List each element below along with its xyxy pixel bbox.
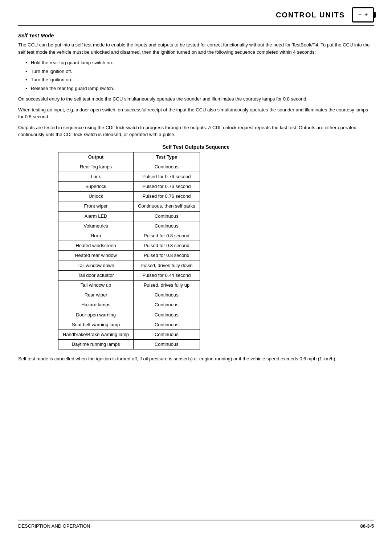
table-row: HornPulsed for 0.8 second — [58, 231, 200, 241]
output-cell: Hazard lamps — [58, 300, 134, 310]
output-cell: Horn — [58, 231, 134, 241]
output-cell: Daytime running lamps — [58, 340, 134, 349]
paragraph-4: Outputs are tested in sequence using the… — [18, 124, 374, 138]
table-title: Self Test Outputs Sequence — [18, 144, 374, 150]
paragraph-1: The CCU can be put into a self test mode… — [18, 41, 374, 56]
output-cell: Rear wiper — [58, 290, 134, 300]
table-row: SuperlockPulsed for 0.76 second — [58, 182, 200, 192]
table-row: Tail window downPulsed, drives fully dow… — [58, 261, 200, 270]
test-type-cell: Continuous, then self parks — [134, 201, 200, 211]
section-title: Self Test Mode — [18, 33, 374, 38]
output-cell: Tail window up — [58, 280, 134, 290]
col2-header: Test Type — [134, 152, 200, 162]
test-type-cell: Continuous — [134, 310, 200, 320]
table-row: Door open warningContinuous — [58, 310, 200, 320]
test-type-cell: Continuous — [134, 300, 200, 310]
bullet-item-4: Release the rear fog guard lamp switch. — [25, 85, 374, 92]
test-type-cell: Continuous — [134, 330, 200, 339]
test-type-cell: Pulsed for 0.76 second — [134, 192, 200, 201]
output-cell: Alarm LED — [58, 211, 134, 221]
table-row: Seat belt warning lampContinuous — [58, 320, 200, 330]
output-cell: Superlock — [58, 182, 134, 192]
test-type-cell: Pulsed for 0.76 second — [134, 182, 200, 192]
table-row: Rear wiperContinuous — [58, 290, 200, 300]
battery-terminals: − + — [358, 12, 368, 18]
test-type-cell: Pulsed for 0.44 second — [134, 270, 200, 280]
test-type-cell: Continuous — [134, 290, 200, 300]
table-row: Rear fog lampsContinuous — [58, 162, 200, 172]
test-type-cell: Pulsed for 0.8 second — [134, 231, 200, 241]
page-header: CONTROL UNITS − + — [18, 7, 374, 26]
output-cell: Volumetrics — [58, 221, 134, 231]
battery-icon: − + — [352, 7, 374, 22]
test-type-cell: Continuous — [134, 340, 200, 349]
table-row: Alarm LEDContinuous — [58, 211, 200, 221]
test-type-cell: Continuous — [134, 211, 200, 221]
test-type-cell: Continuous — [134, 221, 200, 231]
output-cell: Handbrake/Brake warning lamp — [58, 330, 134, 339]
table-header-row: Output Test Type — [58, 152, 200, 162]
table-row: Front wiperContinuous, then self parks — [58, 201, 200, 211]
table-row: Tail window upPulsed, drives fully up — [58, 280, 200, 290]
page-footer: DESCRIPTION AND OPERATION 86-3-5 — [18, 520, 374, 529]
table-row: LockPulsed for 0.76 second — [58, 172, 200, 181]
output-cell: Door open warning — [58, 310, 134, 320]
paragraph-3: When testing an input, e.g. a door open … — [18, 106, 374, 120]
footer-left: DESCRIPTION AND OPERATION — [18, 523, 90, 529]
test-type-cell: Pulsed for 0.8 second — [134, 251, 200, 261]
table-row: Handbrake/Brake warning lampContinuous — [58, 330, 200, 339]
table-section: Self Test Outputs Sequence Output Test T… — [18, 144, 374, 350]
output-cell: Front wiper — [58, 201, 134, 211]
table-row: UnlockPulsed for 0.76 second — [58, 192, 200, 201]
output-cell: Heated rear window — [58, 251, 134, 261]
test-type-cell: Continuous — [134, 320, 200, 330]
table-row: Tail door actuatorPulsed for 0.44 second — [58, 270, 200, 280]
table-row: Heated rear windowPulsed for 0.8 second — [58, 251, 200, 261]
test-type-cell: Pulsed for 0.76 second — [134, 172, 200, 181]
table-row: Heated windscreenPulsed for 0.8 second — [58, 241, 200, 251]
test-type-cell: Pulsed, drives fully up — [134, 280, 200, 290]
table-row: Hazard lampsContinuous — [58, 300, 200, 310]
battery-plus: + — [364, 12, 368, 18]
table-row: VolumetricsContinuous — [58, 221, 200, 231]
bullet-item-3: Turn the ignition on. — [25, 76, 374, 83]
output-cell: Heated windscreen — [58, 241, 134, 251]
paragraph-2: On successful entry to the self test mod… — [18, 95, 374, 103]
test-type-cell: Pulsed, drives fully down — [134, 261, 200, 270]
col1-header: Output — [58, 152, 134, 162]
output-cell: Tail window down — [58, 261, 134, 270]
footer-right: 86-3-5 — [360, 523, 374, 529]
output-cell: Unlock — [58, 192, 134, 201]
self-test-table: Output Test Type Rear fog lampsContinuou… — [58, 152, 334, 350]
bullet-item-1: Hold the rear fog guard lamp switch on. — [25, 59, 374, 66]
paragraph-5: Self test mode is cancelled when the ign… — [18, 355, 374, 363]
header-title: CONTROL UNITS — [276, 11, 345, 19]
output-cell: Seat belt warning lamp — [58, 320, 134, 330]
output-cell: Rear fog lamps — [58, 162, 134, 172]
test-type-cell: Pulsed for 0.8 second — [134, 241, 200, 251]
output-cell: Tail door actuator — [58, 270, 134, 280]
table-row: Daytime running lampsContinuous — [58, 340, 200, 349]
output-cell: Lock — [58, 172, 134, 181]
test-type-cell: Continuous — [134, 162, 200, 172]
battery-minus: − — [358, 12, 362, 18]
bullet-list: Hold the rear fog guard lamp switch on. … — [25, 59, 374, 92]
bullet-item-2: Turn the ignition off. — [25, 68, 374, 75]
